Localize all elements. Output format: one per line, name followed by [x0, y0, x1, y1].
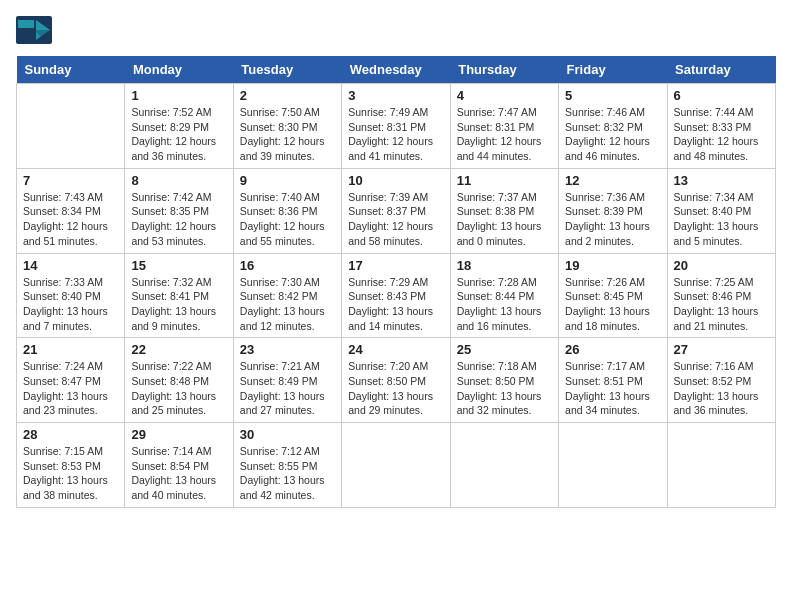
day-info: Sunrise: 7:28 AMSunset: 8:44 PMDaylight:… — [457, 275, 552, 334]
day-number: 29 — [131, 427, 226, 442]
day-info: Sunrise: 7:14 AMSunset: 8:54 PMDaylight:… — [131, 444, 226, 503]
day-number: 2 — [240, 88, 335, 103]
calendar-cell: 16Sunrise: 7:30 AMSunset: 8:42 PMDayligh… — [233, 253, 341, 338]
day-header-monday: Monday — [125, 56, 233, 84]
calendar-cell: 9Sunrise: 7:40 AMSunset: 8:36 PMDaylight… — [233, 168, 341, 253]
calendar-week-row: 14Sunrise: 7:33 AMSunset: 8:40 PMDayligh… — [17, 253, 776, 338]
day-number: 23 — [240, 342, 335, 357]
calendar-header-row: SundayMondayTuesdayWednesdayThursdayFrid… — [17, 56, 776, 84]
calendar-cell: 5Sunrise: 7:46 AMSunset: 8:32 PMDaylight… — [559, 84, 667, 169]
day-header-sunday: Sunday — [17, 56, 125, 84]
logo-icon — [16, 16, 52, 44]
calendar-cell — [559, 423, 667, 508]
day-number: 9 — [240, 173, 335, 188]
calendar-cell — [342, 423, 450, 508]
day-info: Sunrise: 7:33 AMSunset: 8:40 PMDaylight:… — [23, 275, 118, 334]
calendar-cell: 30Sunrise: 7:12 AMSunset: 8:55 PMDayligh… — [233, 423, 341, 508]
day-number: 4 — [457, 88, 552, 103]
day-number: 16 — [240, 258, 335, 273]
calendar-cell: 6Sunrise: 7:44 AMSunset: 8:33 PMDaylight… — [667, 84, 775, 169]
day-number: 26 — [565, 342, 660, 357]
day-number: 30 — [240, 427, 335, 442]
day-number: 17 — [348, 258, 443, 273]
calendar-cell: 25Sunrise: 7:18 AMSunset: 8:50 PMDayligh… — [450, 338, 558, 423]
day-number: 14 — [23, 258, 118, 273]
day-info: Sunrise: 7:52 AMSunset: 8:29 PMDaylight:… — [131, 105, 226, 164]
day-number: 3 — [348, 88, 443, 103]
day-info: Sunrise: 7:32 AMSunset: 8:41 PMDaylight:… — [131, 275, 226, 334]
day-info: Sunrise: 7:39 AMSunset: 8:37 PMDaylight:… — [348, 190, 443, 249]
day-info: Sunrise: 7:50 AMSunset: 8:30 PMDaylight:… — [240, 105, 335, 164]
day-number: 27 — [674, 342, 769, 357]
calendar-cell: 23Sunrise: 7:21 AMSunset: 8:49 PMDayligh… — [233, 338, 341, 423]
day-info: Sunrise: 7:37 AMSunset: 8:38 PMDaylight:… — [457, 190, 552, 249]
calendar-cell: 11Sunrise: 7:37 AMSunset: 8:38 PMDayligh… — [450, 168, 558, 253]
svg-rect-2 — [18, 20, 34, 28]
calendar-cell — [667, 423, 775, 508]
calendar-cell: 12Sunrise: 7:36 AMSunset: 8:39 PMDayligh… — [559, 168, 667, 253]
calendar-cell: 13Sunrise: 7:34 AMSunset: 8:40 PMDayligh… — [667, 168, 775, 253]
day-info: Sunrise: 7:29 AMSunset: 8:43 PMDaylight:… — [348, 275, 443, 334]
day-info: Sunrise: 7:18 AMSunset: 8:50 PMDaylight:… — [457, 359, 552, 418]
day-info: Sunrise: 7:20 AMSunset: 8:50 PMDaylight:… — [348, 359, 443, 418]
calendar-cell: 27Sunrise: 7:16 AMSunset: 8:52 PMDayligh… — [667, 338, 775, 423]
calendar-cell — [17, 84, 125, 169]
day-info: Sunrise: 7:25 AMSunset: 8:46 PMDaylight:… — [674, 275, 769, 334]
day-info: Sunrise: 7:40 AMSunset: 8:36 PMDaylight:… — [240, 190, 335, 249]
page-header — [16, 16, 776, 44]
day-info: Sunrise: 7:12 AMSunset: 8:55 PMDaylight:… — [240, 444, 335, 503]
day-info: Sunrise: 7:15 AMSunset: 8:53 PMDaylight:… — [23, 444, 118, 503]
day-number: 21 — [23, 342, 118, 357]
day-number: 28 — [23, 427, 118, 442]
day-number: 25 — [457, 342, 552, 357]
day-info: Sunrise: 7:26 AMSunset: 8:45 PMDaylight:… — [565, 275, 660, 334]
day-number: 12 — [565, 173, 660, 188]
day-number: 19 — [565, 258, 660, 273]
day-number: 13 — [674, 173, 769, 188]
calendar-cell: 10Sunrise: 7:39 AMSunset: 8:37 PMDayligh… — [342, 168, 450, 253]
calendar-cell: 22Sunrise: 7:22 AMSunset: 8:48 PMDayligh… — [125, 338, 233, 423]
calendar-cell: 1Sunrise: 7:52 AMSunset: 8:29 PMDaylight… — [125, 84, 233, 169]
calendar-cell: 4Sunrise: 7:47 AMSunset: 8:31 PMDaylight… — [450, 84, 558, 169]
calendar-cell: 18Sunrise: 7:28 AMSunset: 8:44 PMDayligh… — [450, 253, 558, 338]
calendar-week-row: 21Sunrise: 7:24 AMSunset: 8:47 PMDayligh… — [17, 338, 776, 423]
calendar-week-row: 1Sunrise: 7:52 AMSunset: 8:29 PMDaylight… — [17, 84, 776, 169]
day-header-saturday: Saturday — [667, 56, 775, 84]
day-number: 10 — [348, 173, 443, 188]
day-number: 6 — [674, 88, 769, 103]
day-info: Sunrise: 7:30 AMSunset: 8:42 PMDaylight:… — [240, 275, 335, 334]
day-header-thursday: Thursday — [450, 56, 558, 84]
calendar-table: SundayMondayTuesdayWednesdayThursdayFrid… — [16, 56, 776, 508]
day-info: Sunrise: 7:16 AMSunset: 8:52 PMDaylight:… — [674, 359, 769, 418]
day-number: 15 — [131, 258, 226, 273]
calendar-cell — [450, 423, 558, 508]
day-header-tuesday: Tuesday — [233, 56, 341, 84]
day-number: 11 — [457, 173, 552, 188]
calendar-cell: 15Sunrise: 7:32 AMSunset: 8:41 PMDayligh… — [125, 253, 233, 338]
day-info: Sunrise: 7:36 AMSunset: 8:39 PMDaylight:… — [565, 190, 660, 249]
calendar-week-row: 7Sunrise: 7:43 AMSunset: 8:34 PMDaylight… — [17, 168, 776, 253]
calendar-cell: 17Sunrise: 7:29 AMSunset: 8:43 PMDayligh… — [342, 253, 450, 338]
calendar-cell: 19Sunrise: 7:26 AMSunset: 8:45 PMDayligh… — [559, 253, 667, 338]
logo — [16, 16, 56, 44]
day-info: Sunrise: 7:46 AMSunset: 8:32 PMDaylight:… — [565, 105, 660, 164]
day-number: 7 — [23, 173, 118, 188]
day-info: Sunrise: 7:22 AMSunset: 8:48 PMDaylight:… — [131, 359, 226, 418]
calendar-cell: 7Sunrise: 7:43 AMSunset: 8:34 PMDaylight… — [17, 168, 125, 253]
calendar-cell: 29Sunrise: 7:14 AMSunset: 8:54 PMDayligh… — [125, 423, 233, 508]
day-info: Sunrise: 7:44 AMSunset: 8:33 PMDaylight:… — [674, 105, 769, 164]
calendar-cell: 3Sunrise: 7:49 AMSunset: 8:31 PMDaylight… — [342, 84, 450, 169]
day-info: Sunrise: 7:21 AMSunset: 8:49 PMDaylight:… — [240, 359, 335, 418]
calendar-cell: 26Sunrise: 7:17 AMSunset: 8:51 PMDayligh… — [559, 338, 667, 423]
calendar-cell: 2Sunrise: 7:50 AMSunset: 8:30 PMDaylight… — [233, 84, 341, 169]
day-number: 18 — [457, 258, 552, 273]
day-info: Sunrise: 7:24 AMSunset: 8:47 PMDaylight:… — [23, 359, 118, 418]
day-info: Sunrise: 7:49 AMSunset: 8:31 PMDaylight:… — [348, 105, 443, 164]
day-info: Sunrise: 7:47 AMSunset: 8:31 PMDaylight:… — [457, 105, 552, 164]
day-header-friday: Friday — [559, 56, 667, 84]
day-info: Sunrise: 7:43 AMSunset: 8:34 PMDaylight:… — [23, 190, 118, 249]
day-number: 22 — [131, 342, 226, 357]
day-info: Sunrise: 7:17 AMSunset: 8:51 PMDaylight:… — [565, 359, 660, 418]
day-number: 24 — [348, 342, 443, 357]
day-number: 5 — [565, 88, 660, 103]
